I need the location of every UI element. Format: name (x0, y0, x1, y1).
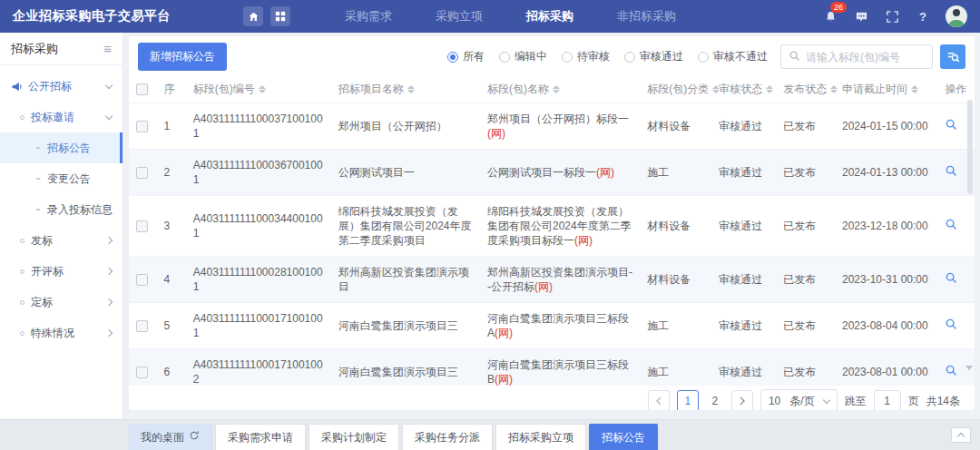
row-deadline: 2023-08-04 00:00 (835, 303, 937, 349)
select-all-checkbox[interactable] (136, 83, 148, 95)
bottom-tab-我的桌面[interactable]: 我的桌面 (128, 424, 212, 450)
search-input[interactable] (806, 51, 925, 64)
section-text: 公网测试项目一标段一 (487, 166, 596, 179)
sidebar-item-公开招标[interactable]: 公开招标 (0, 71, 122, 102)
apps-grid-icon[interactable] (270, 6, 290, 26)
nav-item-采购立项[interactable]: 采购立项 (436, 0, 483, 33)
column-header-审核状态[interactable]: 审核状态 (711, 76, 776, 103)
row-seq: 1 (156, 103, 185, 150)
row-project-name: 绵阳科技城发展投资（发展）集团有限公司2024年度第二季度采购项目 (331, 196, 480, 257)
chat-icon[interactable] (853, 8, 869, 24)
bottom-tab-label: 采购计划制定 (321, 425, 387, 450)
chevron-down-icon (822, 396, 829, 404)
column-header-招标项目名称[interactable]: 招标项目名称 (331, 76, 480, 103)
next-page-button[interactable] (731, 390, 753, 410)
bottom-tab-采购计划制定[interactable]: 采购计划制定 (309, 424, 399, 450)
sidebar-item-开评标[interactable]: 开评标 (0, 256, 122, 287)
row-category: 施工 (640, 150, 711, 196)
sidebar-item-招标公告[interactable]: 招标公告 (0, 132, 122, 163)
table-scrollbar[interactable] (967, 100, 973, 372)
sidebar-item-label: 特殊情况 (31, 326, 106, 341)
sidebar-item-投标邀请[interactable]: 投标邀请 (0, 102, 122, 132)
sort-icon[interactable] (407, 85, 415, 93)
home-icon[interactable] (243, 6, 263, 26)
column-header-label: 序 (163, 83, 174, 95)
row-checkbox[interactable] (136, 320, 148, 332)
filter-label: 待审核 (577, 49, 610, 64)
filter-radio-所有[interactable]: 所有 (447, 49, 485, 64)
sidebar-item-定标[interactable]: 定标 (0, 287, 122, 318)
content-area: 招标采购 ≡ 公开招标投标邀请招标公告变更公告录入投标信息发标开评标定标特殊情况… (0, 33, 980, 419)
page-button-2[interactable]: 2 (706, 395, 724, 407)
row-seq: 6 (156, 349, 185, 386)
row-category: 材料设备 (640, 196, 711, 257)
nav-item-非招标采购[interactable]: 非招标采购 (617, 0, 676, 33)
row-checkbox[interactable] (136, 121, 148, 132)
view-icon[interactable] (945, 218, 957, 230)
advanced-search-button[interactable] (940, 44, 965, 69)
filter-radio-待审核[interactable]: 待审核 (562, 49, 610, 64)
refresh-icon[interactable] (189, 425, 200, 450)
page-button-1[interactable]: 1 (677, 390, 699, 410)
column-header-发布状态[interactable]: 发布状态 (776, 76, 835, 103)
nav-item-采购需求[interactable]: 采购需求 (345, 0, 392, 33)
bottom-tab-采购需求申请[interactable]: 采购需求申请 (215, 424, 306, 450)
row-category: 施工 (640, 303, 711, 349)
row-category: 材料设备 (640, 103, 711, 150)
jump-page-input[interactable] (874, 390, 901, 410)
row-checkbox[interactable] (136, 274, 148, 286)
filter-radio-审核不通过[interactable]: 审核不通过 (698, 49, 768, 64)
bottom-tab-招标采购立项[interactable]: 招标采购立项 (495, 424, 586, 450)
column-header-标段(包)分类[interactable]: 标段(包)分类 (640, 76, 711, 103)
row-checkbox[interactable] (136, 167, 148, 179)
row-checkbox-cell (129, 349, 156, 386)
collapse-tabs-button[interactable] (951, 427, 971, 443)
avatar[interactable] (946, 5, 967, 27)
fullscreen-icon[interactable] (884, 8, 900, 24)
new-announcement-button[interactable]: 新增招标公告 (138, 43, 227, 71)
sidebar-item-特殊情况[interactable]: 特殊情况 (0, 318, 122, 348)
sort-icon[interactable] (911, 85, 918, 93)
sort-icon[interactable] (259, 85, 266, 93)
sidebar-item-变更公告[interactable]: 变更公告 (0, 163, 122, 194)
column-header-标段(包)编号[interactable]: 标段(包)编号 (186, 76, 331, 103)
bell-icon[interactable]: 26 (822, 8, 838, 24)
view-icon[interactable] (945, 271, 957, 284)
page-size-select[interactable]: 10 条/页 (760, 389, 838, 410)
view-icon[interactable] (945, 118, 957, 131)
view-icon[interactable] (945, 318, 957, 330)
table-row: 6A4031111111000171001002河南白鹭集团演示项目三河南白鹭集… (129, 349, 975, 386)
menu-collapse-icon[interactable]: ≡ (103, 41, 112, 56)
column-header-标段(包)名称[interactable]: 标段(包)名称 (480, 76, 640, 103)
bottom-tab-招标公告[interactable]: 招标公告 (589, 424, 658, 450)
row-code: A4031111111000367001001 (186, 150, 331, 196)
page-size-value: 10 (769, 395, 780, 407)
page-size-unit: 条/页 (789, 394, 814, 409)
view-icon[interactable] (945, 164, 957, 177)
sidebar-item-label: 发标 (31, 233, 106, 249)
prev-page-button[interactable] (648, 390, 670, 410)
bottom-tab-label: 采购需求申请 (228, 425, 293, 450)
row-seq: 3 (156, 196, 185, 257)
filter-label: 审核通过 (640, 49, 683, 64)
filter-radio-编辑中[interactable]: 编辑中 (499, 49, 547, 64)
row-checkbox[interactable] (136, 367, 148, 378)
bottom-tab-采购任务分派[interactable]: 采购任务分派 (402, 424, 493, 450)
scrollbar-down-arrow[interactable] (965, 366, 973, 370)
help-icon[interactable]: ? (915, 8, 931, 24)
sort-icon[interactable] (553, 85, 560, 93)
row-checkbox[interactable] (136, 220, 148, 232)
sort-icon[interactable] (766, 85, 773, 93)
nav-item-招标采购[interactable]: 招标采购 (526, 0, 573, 33)
sidebar-item-录入投标信息[interactable]: 录入投标信息 (0, 194, 122, 225)
sort-icon[interactable] (830, 85, 838, 93)
tree-bullet-icon (36, 178, 40, 180)
sidebar-item-发标[interactable]: 发标 (0, 225, 122, 256)
filter-radio-审核通过[interactable]: 审核通过 (624, 49, 683, 64)
column-header-申请截止时间[interactable]: 申请截止时间 (835, 76, 937, 103)
top-nav: 采购需求采购立项招标采购非招标采购 (323, 0, 698, 33)
row-publish-status: 已发布 (776, 150, 835, 196)
sidebar: 招标采购 ≡ 公开招标投标邀请招标公告变更公告录入投标信息发标开评标定标特殊情况 (0, 33, 123, 419)
announcement-table: 序标段(包)编号招标项目名称标段(包)名称标段(包)分类审核状态发布状态申请截止… (129, 76, 975, 386)
view-icon[interactable] (945, 364, 957, 377)
